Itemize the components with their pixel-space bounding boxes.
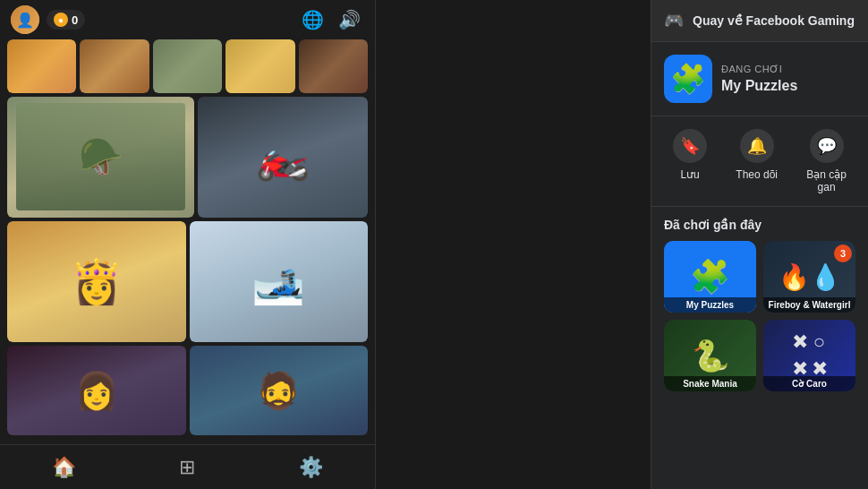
grid-row-3: 👸 🎿 bbox=[7, 221, 368, 342]
bottom-nav: 🏠 ⊞ ⚙️ bbox=[0, 444, 375, 489]
list-item[interactable]: 🪖 bbox=[7, 97, 194, 218]
avatar[interactable]: 👤 bbox=[11, 5, 39, 34]
follow-button[interactable]: 🔔 Theo dõi bbox=[736, 129, 778, 193]
coin-icon: ● bbox=[54, 13, 68, 27]
nav-home-icon[interactable]: 🏠 bbox=[52, 456, 76, 479]
share-button[interactable]: 💬 Bạn cập gan bbox=[806, 129, 847, 193]
game-label-snake: Snake Mania bbox=[664, 376, 756, 391]
right-header-title: Quay về Facebook Gaming bbox=[693, 13, 855, 28]
save-label: Lưu bbox=[680, 168, 699, 181]
grid-row-1 bbox=[7, 39, 368, 93]
gamepad-icon: 🎮 bbox=[664, 11, 684, 30]
image-grid: 🪖 🏍️ 👸 🎿 bbox=[0, 39, 375, 444]
game-label-co-caro: Cờ Caro bbox=[763, 376, 855, 391]
top-bar: 👤 ● 0 🌐 🔊 bbox=[0, 0, 375, 39]
list-item[interactable]: 👸 bbox=[7, 221, 186, 342]
currently-playing: 🧩 ĐANG CHƠI My Puzzles bbox=[651, 42, 868, 116]
list-item[interactable] bbox=[153, 39, 222, 93]
volume-icon[interactable]: 🔊 bbox=[335, 5, 364, 34]
list-item[interactable] bbox=[7, 39, 76, 93]
coin-count: 0 bbox=[72, 13, 78, 27]
game-label-my-puzzles: My Puzzles bbox=[664, 297, 756, 313]
globe-icon[interactable]: 🌐 bbox=[298, 5, 328, 34]
game-thumb-my-puzzles[interactable]: 🧩 My Puzzles bbox=[664, 241, 756, 313]
follow-icon: 🔔 bbox=[740, 129, 774, 163]
game-thumb-fireboy[interactable]: 🔥💧 3 Fireboy & Watergirl bbox=[763, 241, 855, 313]
share-icon: 💬 bbox=[810, 129, 844, 163]
game-thumb-snake[interactable]: 🐍 Snake Mania bbox=[664, 320, 756, 391]
section-title: Đã chơi gần đây bbox=[664, 218, 855, 232]
nav-settings-icon[interactable]: ⚙️ bbox=[299, 456, 323, 479]
list-item[interactable] bbox=[299, 39, 368, 93]
share-label: Bạn cập gan bbox=[806, 168, 847, 193]
follow-label: Theo dõi bbox=[736, 168, 778, 181]
playing-label: ĐANG CHƠI bbox=[721, 64, 797, 75]
list-item[interactable]: 🎿 bbox=[190, 221, 369, 342]
save-button[interactable]: 🔖 Lưu bbox=[673, 129, 707, 193]
list-item[interactable]: 🏍️ bbox=[198, 97, 368, 218]
game-info: ĐANG CHƠI My Puzzles bbox=[721, 64, 797, 94]
grid-row-4: 👩 🧔 bbox=[7, 346, 368, 435]
center-panel bbox=[376, 0, 651, 489]
grid-row-2: 🪖 🏍️ bbox=[7, 97, 368, 218]
recently-played: Đã chơi gần đây 🧩 My Puzzles 🔥💧 3 Firebo… bbox=[651, 207, 868, 489]
coin-badge: ● 0 bbox=[47, 10, 85, 30]
action-buttons: 🔖 Lưu 🔔 Theo dõi 💬 Bạn cập gan bbox=[651, 116, 868, 207]
list-item[interactable] bbox=[80, 39, 149, 93]
right-header[interactable]: 🎮 Quay về Facebook Gaming bbox=[651, 0, 868, 42]
save-icon: 🔖 bbox=[673, 129, 707, 163]
right-panel: 🎮 Quay về Facebook Gaming 🧩 ĐANG CHƠI My… bbox=[651, 0, 868, 489]
list-item[interactable]: 👩 bbox=[7, 346, 186, 435]
list-item[interactable] bbox=[226, 39, 294, 93]
games-grid: 🧩 My Puzzles 🔥💧 3 Fireboy & Watergirl 🐍 … bbox=[664, 241, 855, 391]
current-game-title: My Puzzles bbox=[721, 78, 797, 94]
game-thumb-co-caro[interactable]: ✖ ○ ✖ ✖ Cờ Caro bbox=[763, 320, 855, 391]
current-game-icon: 🧩 bbox=[664, 55, 712, 103]
game-label-fireboy: Fireboy & Watergirl bbox=[763, 297, 855, 313]
avatar-image: 👤 bbox=[11, 5, 39, 34]
left-panel: 👤 ● 0 🌐 🔊 bbox=[0, 0, 376, 489]
nav-grid-icon[interactable]: ⊞ bbox=[179, 456, 195, 479]
list-item[interactable]: 🧔 bbox=[190, 346, 369, 435]
